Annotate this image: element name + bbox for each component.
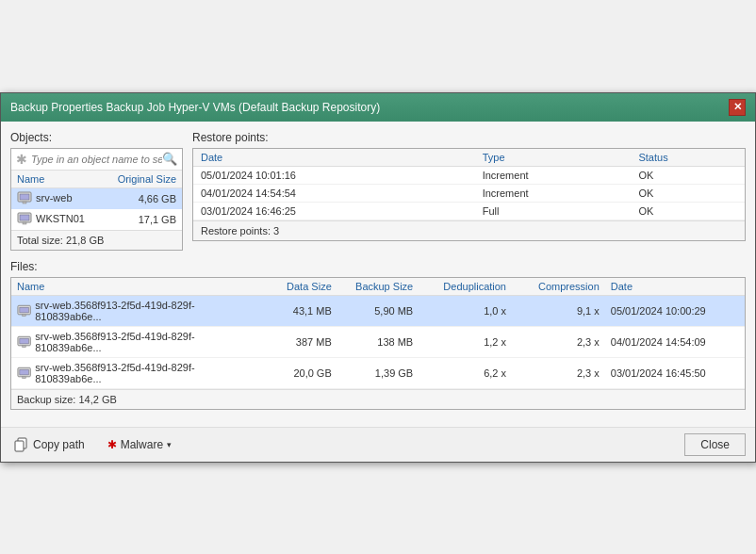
copy-path-label: Copy path — [33, 438, 85, 451]
copy-path-icon — [14, 437, 29, 452]
restore-col-type: Type — [475, 149, 632, 167]
objects-container: ✱ 🔍 Name Original Size — [10, 148, 183, 251]
object-size: 4,66 GB — [102, 187, 182, 209]
object-name: srv-web — [11, 187, 102, 209]
restore-total: Restore points: 3 — [193, 220, 745, 240]
vm-icon — [17, 212, 32, 225]
files-row[interactable]: srv-web.3568f913-2f5d-419d-829f-810839ab… — [11, 295, 745, 326]
files-col-name: Name — [11, 278, 255, 296]
file-date: 04/01/2024 14:54:09 — [605, 326, 745, 357]
file-compression: 2,3 x — [512, 326, 605, 357]
restore-status: OK — [631, 202, 745, 220]
file-name: srv-web.3568f913-2f5d-419d-829f-810839ab… — [11, 295, 255, 326]
top-section: Objects: ✱ 🔍 Name Original Size — [10, 131, 746, 251]
files-row[interactable]: srv-web.3568f913-2f5d-419d-829f-810839ab… — [11, 357, 745, 388]
svg-rect-14 — [23, 376, 26, 378]
search-icon[interactable]: 🔍 — [162, 152, 177, 166]
restore-type: Full — [475, 202, 632, 220]
file-data-size: 43,1 MB — [255, 295, 337, 326]
objects-table: Name Original Size srv-web — [11, 171, 182, 230]
svg-rect-8 — [23, 314, 26, 316]
file-backup-size: 138 MB — [337, 326, 419, 357]
search-input[interactable] — [31, 154, 162, 165]
file-date: 05/01/2024 10:00:29 — [605, 295, 745, 326]
restore-row[interactable]: 04/01/2024 14:54:54 Increment OK — [193, 184, 745, 202]
objects-col-name: Name — [11, 171, 102, 188]
restore-row[interactable]: 05/01/2024 10:01:16 Increment OK — [193, 166, 745, 184]
restore-col-status: Status — [631, 149, 745, 167]
svg-rect-1 — [20, 194, 29, 200]
files-col-date: Date — [605, 278, 745, 296]
svg-rect-5 — [23, 222, 26, 224]
restore-table: Date Type Status 05/01/2024 10:01:16 Inc… — [193, 149, 745, 220]
malware-button[interactable]: ✱ Malware ▾ — [104, 436, 175, 453]
file-dedup: 1,0 x — [419, 295, 512, 326]
svg-rect-4 — [20, 215, 29, 220]
malware-icon: ✱ — [107, 438, 117, 451]
file-backup-size: 1,39 GB — [337, 357, 419, 388]
malware-chevron-icon: ▾ — [167, 440, 172, 449]
svg-rect-11 — [23, 345, 26, 347]
file-data-size: 387 MB — [255, 326, 337, 357]
search-star-icon: ✱ — [16, 152, 27, 167]
file-dedup: 6,2 x — [419, 357, 512, 388]
file-vm-icon — [17, 304, 31, 318]
object-size: 17,1 GB — [102, 209, 182, 230]
objects-col-size: Original Size — [102, 171, 182, 188]
svg-rect-7 — [20, 307, 29, 313]
search-bar: ✱ 🔍 — [11, 149, 182, 171]
restore-container: Date Type Status 05/01/2024 10:01:16 Inc… — [192, 148, 746, 241]
main-window: Backup Properties Backup Job Hyper-V VMs… — [0, 92, 756, 463]
files-total: Backup size: 14,2 GB — [11, 389, 745, 409]
close-button[interactable]: Close — [684, 433, 746, 456]
file-compression: 2,3 x — [512, 357, 605, 388]
content-area: Objects: ✱ 🔍 Name Original Size — [1, 122, 755, 427]
file-data-size: 20,0 GB — [255, 357, 337, 388]
files-col-data-size: Data Size — [255, 278, 337, 296]
bottom-bar: Copy path ✱ Malware ▾ Close — [1, 427, 755, 462]
svg-rect-10 — [20, 338, 29, 344]
svg-rect-16 — [15, 441, 24, 451]
restore-points-label: Restore points: — [192, 131, 746, 144]
restore-date: 04/01/2024 14:54:54 — [193, 184, 475, 202]
restore-row[interactable]: 03/01/2024 16:46:25 Full OK — [193, 202, 745, 220]
malware-label: Malware — [121, 438, 163, 451]
restore-date: 03/01/2024 16:46:25 — [193, 202, 475, 220]
vm-icon — [17, 191, 32, 204]
files-col-comp: Compression — [512, 278, 605, 296]
files-col-dedup: Deduplication — [419, 278, 512, 296]
objects-row[interactable]: srv-web 4,66 GB — [11, 187, 182, 209]
restore-type: Increment — [475, 166, 632, 184]
objects-total: Total size: 21,8 GB — [11, 230, 182, 250]
close-window-button[interactable]: ✕ — [729, 99, 746, 116]
restore-col-date: Date — [193, 149, 475, 167]
files-label: Files: — [10, 260, 746, 273]
files-table: Name Data Size Backup Size Deduplication… — [11, 278, 745, 389]
object-name: WKSTN01 — [11, 209, 102, 230]
file-name: srv-web.3568f913-2f5d-419d-829f-810839ab… — [11, 357, 255, 388]
files-container: Name Data Size Backup Size Deduplication… — [10, 277, 746, 410]
files-section-wrapper: Files: Name Data Size Backup Size Dedupl… — [10, 260, 746, 410]
files-row[interactable]: srv-web.3568f913-2f5d-419d-829f-810839ab… — [11, 326, 745, 357]
file-compression: 9,1 x — [512, 295, 605, 326]
file-dedup: 1,2 x — [419, 326, 512, 357]
restore-points-panel: Restore points: Date Type Status 05/01/2… — [192, 131, 746, 251]
window-title: Backup Properties Backup Job Hyper-V VMs… — [10, 101, 380, 114]
svg-rect-2 — [23, 202, 26, 204]
copy-path-button[interactable]: Copy path — [10, 435, 89, 454]
file-name: srv-web.3568f913-2f5d-419d-829f-810839ab… — [11, 326, 255, 357]
files-col-backup-size: Backup Size — [337, 278, 419, 296]
file-vm-icon — [17, 367, 31, 380]
svg-rect-13 — [20, 369, 29, 375]
restore-status: OK — [631, 166, 745, 184]
file-vm-icon — [17, 335, 31, 349]
title-bar: Backup Properties Backup Job Hyper-V VMs… — [1, 93, 755, 122]
file-backup-size: 5,90 MB — [337, 295, 419, 326]
restore-type: Increment — [475, 184, 632, 202]
objects-panel: Objects: ✱ 🔍 Name Original Size — [10, 131, 183, 251]
bottom-actions: Copy path ✱ Malware ▾ — [10, 435, 175, 454]
objects-label: Objects: — [10, 131, 183, 144]
file-date: 03/01/2024 16:45:50 — [605, 357, 745, 388]
restore-date: 05/01/2024 10:01:16 — [193, 166, 475, 184]
objects-row[interactable]: WKSTN01 17,1 GB — [11, 209, 182, 230]
